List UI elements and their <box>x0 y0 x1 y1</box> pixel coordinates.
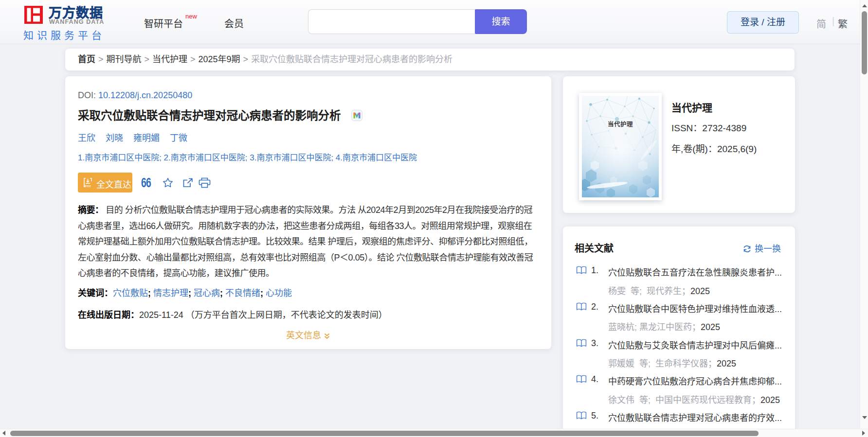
svg-text:当代护理: 当代护理 <box>608 121 633 128</box>
svg-text:free: free <box>85 184 91 188</box>
